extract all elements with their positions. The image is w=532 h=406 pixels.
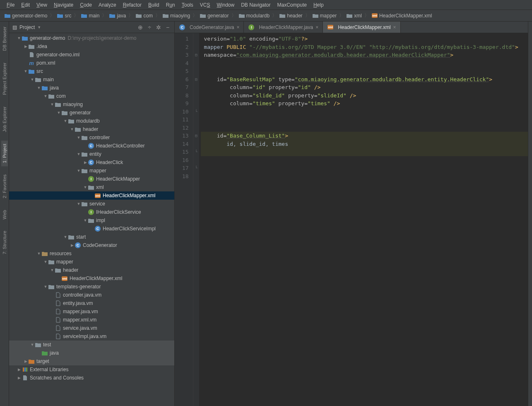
tree-item[interactable]: IIHeaderClickService: [9, 208, 174, 216]
tree-arrow-icon[interactable]: [83, 210, 88, 215]
code-line[interactable]: namespace="com.miaoying.generator.modula…: [201, 51, 528, 59]
tree-item[interactable]: ▶target: [9, 357, 174, 365]
tree-item[interactable]: mapper.java.vm: [9, 307, 174, 316]
tree-item[interactable]: ▶External Libraries: [9, 365, 174, 374]
tree-item[interactable]: ▼templates-generator: [9, 283, 174, 291]
panel-tool[interactable]: ⊕: [137, 24, 144, 31]
breadcrumb-item[interactable]: src: [56, 12, 72, 19]
tree-item[interactable]: controller.java.vm: [9, 291, 174, 299]
panel-tool[interactable]: ÷: [146, 24, 153, 31]
tree-arrow-icon[interactable]: ▶: [17, 367, 22, 372]
tree-arrow-icon[interactable]: ▼: [30, 342, 35, 347]
breadcrumb-item[interactable]: java: [108, 12, 127, 19]
editor-tab[interactable]: IHeaderClickMapper.java×: [244, 22, 323, 33]
code-editor[interactable]: version="1.0" encoding="UTF-8"?> mapper …: [199, 33, 528, 406]
project-tree[interactable]: ▼generator-demoD:\my-projects\generator-…: [9, 33, 174, 406]
panel-tool[interactable]: −: [164, 24, 171, 31]
chevron-down-icon[interactable]: ▼: [37, 25, 41, 29]
breadcrumb-item[interactable]: com: [135, 12, 154, 19]
tree-item[interactable]: ▶CCodeGenerator: [9, 241, 174, 249]
tree-arrow-icon[interactable]: [89, 193, 94, 198]
tree-arrow-icon[interactable]: ▼: [23, 69, 28, 74]
tree-arrow-icon[interactable]: ▼: [43, 94, 48, 99]
code-line[interactable]: [201, 172, 528, 181]
tree-item[interactable]: ▼miaoying: [9, 100, 174, 109]
menu-window[interactable]: Window: [213, 1, 238, 9]
tree-arrow-icon[interactable]: ▼: [63, 234, 68, 239]
tree-arrow-icon[interactable]: [50, 301, 55, 306]
close-icon[interactable]: ×: [393, 24, 396, 30]
tree-item[interactable]: ▼mapper: [9, 167, 174, 175]
tree-item[interactable]: xmlHeaderClickMapper.xml: [9, 191, 174, 200]
tree-arrow-icon[interactable]: ▼: [36, 251, 41, 256]
tool-window-web[interactable]: Web: [1, 207, 8, 222]
tree-item[interactable]: ▼test: [9, 341, 174, 349]
tree-arrow-icon[interactable]: ▼: [30, 77, 35, 82]
tree-arrow-icon[interactable]: ▼: [36, 85, 41, 90]
tree-arrow-icon[interactable]: ▼: [50, 268, 55, 273]
menu-tools[interactable]: Tools: [178, 1, 197, 9]
tree-arrow-icon[interactable]: ▼: [43, 259, 48, 264]
code-line[interactable]: id, slide_id, times: [201, 140, 528, 148]
tree-arrow-icon[interactable]: ▼: [50, 102, 55, 107]
tree-arrow-icon[interactable]: ▼: [56, 110, 61, 115]
code-line[interactable]: [201, 148, 528, 156]
tree-item[interactable]: ▶Scratches and Consoles: [9, 374, 174, 382]
code-line[interactable]: id="BaseResultMap" type="com.miaoying.ge…: [201, 75, 528, 84]
tree-arrow-icon[interactable]: ▼: [83, 218, 88, 223]
tree-item[interactable]: ▼mapper: [9, 258, 174, 266]
code-line[interactable]: [201, 108, 528, 116]
tree-item[interactable]: mpom.xml: [9, 59, 174, 67]
tree-item[interactable]: ▼modulardb: [9, 117, 174, 125]
tree-item[interactable]: java: [9, 349, 174, 357]
breadcrumb-item[interactable]: generator-demo: [3, 12, 48, 19]
tree-arrow-icon[interactable]: [50, 317, 55, 322]
editor-tab[interactable]: xmlHeaderClickMapper.xml×: [323, 22, 400, 33]
tree-item[interactable]: generator-demo.iml: [9, 51, 174, 59]
tree-item[interactable]: ▶.idea: [9, 42, 174, 51]
panel-tool[interactable]: ✲: [155, 24, 162, 31]
tree-item[interactable]: mapper.xml.vm: [9, 316, 174, 324]
code-line[interactable]: [201, 164, 528, 172]
tree-item[interactable]: ▼entity: [9, 150, 174, 158]
tree-arrow-icon[interactable]: ▼: [43, 284, 48, 289]
tree-arrow-icon[interactable]: [83, 176, 88, 181]
fold-gutter[interactable]: ⊟⊟└⊟└└: [193, 33, 199, 406]
tree-arrow-icon[interactable]: [50, 334, 55, 339]
tree-item[interactable]: ▼generator-demoD:\my-projects\generator-…: [9, 34, 174, 42]
breadcrumb-item[interactable]: xmlHeaderClickMapper.xml: [371, 12, 433, 19]
tree-arrow-icon[interactable]: ▼: [76, 201, 81, 206]
tree-arrow-icon[interactable]: ▼: [76, 152, 81, 157]
code-line[interactable]: mapper PUBLIC "-//mybatis.org//DTD Mappe…: [201, 43, 528, 51]
tool-window----structure[interactable]: 7: Structure: [1, 227, 8, 258]
tree-item[interactable]: ▼com: [9, 92, 174, 100]
code-line[interactable]: [201, 124, 528, 132]
tree-item[interactable]: entity.java.vm: [9, 299, 174, 307]
breadcrumb-item[interactable]: modulardb: [238, 12, 271, 19]
code-line[interactable]: column="slide_id" property="slideId" />: [201, 92, 528, 100]
breadcrumb-item[interactable]: miaoying: [161, 12, 191, 19]
tree-item[interactable]: service.java.vm: [9, 324, 174, 332]
tool-window-job-explorer[interactable]: Job Explorer: [1, 103, 8, 135]
editor-tab[interactable]: CCodeGenerator.java×: [175, 22, 244, 33]
menu-file[interactable]: File: [3, 1, 18, 9]
tool-window-project-explorer[interactable]: Project Explorer: [1, 59, 8, 98]
tree-arrow-icon[interactable]: [89, 226, 94, 231]
tree-item[interactable]: IHeaderClickMapper: [9, 175, 174, 183]
tree-item[interactable]: ▼generator: [9, 109, 174, 117]
tree-arrow-icon[interactable]: ▼: [76, 168, 81, 173]
tree-arrow-icon[interactable]: ▼: [83, 185, 88, 190]
tree-item[interactable]: ▼service: [9, 200, 174, 208]
tree-item[interactable]: ▼header: [9, 266, 174, 274]
code-line[interactable]: [201, 156, 528, 164]
code-line[interactable]: [201, 59, 528, 68]
menu-analyze[interactable]: Analyze: [95, 1, 120, 9]
breadcrumb-item[interactable]: generator: [199, 12, 230, 19]
code-line[interactable]: column="times" property="times" />: [201, 99, 528, 108]
tree-arrow-icon[interactable]: ▼: [70, 127, 75, 132]
code-line[interactable]: [201, 116, 528, 124]
code-line[interactable]: version="1.0" encoding="UTF-8"?>: [201, 35, 528, 43]
tree-item[interactable]: ▼main: [9, 75, 174, 84]
tool-window----project[interactable]: 1: Project: [1, 140, 8, 166]
menu-refactor[interactable]: Refactor: [120, 1, 145, 9]
